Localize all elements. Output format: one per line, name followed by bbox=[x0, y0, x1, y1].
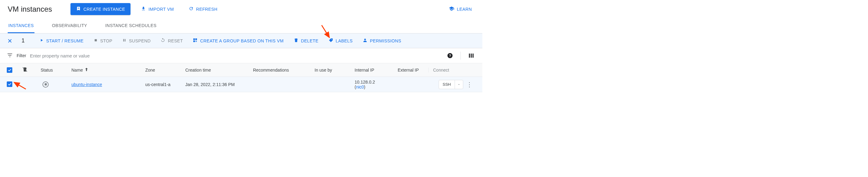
page-title: VM instances bbox=[8, 5, 52, 13]
col-zone[interactable]: Zone bbox=[145, 68, 185, 73]
col-creation[interactable]: Creation time bbox=[185, 68, 253, 73]
instances-table: Status Name Zone Creation time Recommend… bbox=[0, 63, 482, 92]
col-external-ip[interactable]: External IP bbox=[398, 68, 429, 73]
stop-icon bbox=[94, 38, 98, 43]
refresh-icon bbox=[189, 6, 194, 12]
caret-down-icon bbox=[457, 83, 461, 86]
filter-bar: Filter ? bbox=[0, 48, 482, 63]
col-inuse[interactable]: In use by bbox=[315, 68, 354, 73]
svg-rect-8 bbox=[471, 54, 471, 58]
svg-rect-7 bbox=[469, 54, 470, 58]
help-icon[interactable]: ? bbox=[446, 51, 454, 60]
filter-input[interactable] bbox=[30, 53, 234, 59]
col-status[interactable]: Status bbox=[41, 68, 71, 73]
tab-instances[interactable]: INSTANCES bbox=[8, 20, 34, 33]
reset-button[interactable]: RESET bbox=[160, 37, 183, 45]
internal-ip-value: 10.128.0.2 (nic0) bbox=[354, 80, 398, 90]
zone-value: us-central1-a bbox=[145, 82, 185, 87]
import-vm-button[interactable]: IMPORT VM bbox=[137, 4, 178, 14]
col-connect[interactable]: Connect bbox=[429, 68, 449, 73]
col-internal-ip[interactable]: Internal IP bbox=[354, 68, 398, 73]
ssh-button[interactable]: SSH bbox=[439, 80, 463, 89]
table-header-row: Status Name Zone Creation time Recommend… bbox=[0, 63, 482, 77]
tab-bar: INSTANCES OBSERVABILITY INSTANCE SCHEDUL… bbox=[0, 20, 482, 34]
learn-icon bbox=[449, 6, 454, 12]
refresh-button[interactable]: REFRESH bbox=[184, 4, 222, 14]
suspend-button[interactable]: SUSPEND bbox=[122, 37, 151, 44]
svg-text:?: ? bbox=[449, 54, 451, 58]
person-icon bbox=[363, 38, 368, 44]
selection-count: 1 bbox=[22, 37, 30, 44]
filter-label: Filter bbox=[17, 53, 26, 58]
filter-icon bbox=[7, 52, 13, 59]
tag-icon bbox=[329, 38, 333, 44]
clear-selection-button[interactable] bbox=[7, 38, 13, 44]
instance-name-link[interactable]: ubuntu-instance bbox=[71, 82, 102, 87]
labels-button[interactable]: LABELS bbox=[328, 37, 353, 45]
trash-icon bbox=[293, 38, 299, 44]
select-all-checkbox[interactable] bbox=[7, 67, 12, 73]
svg-point-4 bbox=[364, 39, 366, 40]
close-icon bbox=[7, 38, 13, 44]
svg-rect-0 bbox=[94, 39, 97, 41]
svg-rect-1 bbox=[123, 39, 124, 41]
reset-icon bbox=[160, 38, 165, 44]
stop-button[interactable]: STOP bbox=[93, 37, 113, 44]
sort-arrow-up-icon bbox=[84, 67, 89, 73]
group-icon bbox=[193, 38, 197, 44]
svg-rect-2 bbox=[125, 39, 125, 41]
column-display-icon[interactable] bbox=[467, 51, 475, 60]
col-name[interactable]: Name bbox=[71, 67, 145, 73]
col-recommendations[interactable]: Recommendations bbox=[253, 68, 315, 73]
ssh-dropdown-toggle[interactable] bbox=[455, 80, 463, 89]
start-resume-button[interactable]: START / RESUME bbox=[39, 37, 84, 44]
tab-observability[interactable]: OBSERVABILITY bbox=[52, 20, 88, 33]
learn-button[interactable]: LEARN bbox=[444, 3, 476, 15]
plus-badge-icon bbox=[76, 6, 81, 12]
create-instance-button[interactable]: CREATE INSTANCE bbox=[70, 3, 130, 15]
import-icon bbox=[141, 6, 146, 12]
creation-time-value: Jan 28, 2022, 2:11:36 PM bbox=[185, 82, 253, 87]
permissions-button[interactable]: PERMISSIONS bbox=[362, 37, 402, 45]
pause-icon bbox=[122, 38, 126, 43]
page-header: VM instances CREATE INSTANCE IMPORT VM R… bbox=[0, 0, 482, 20]
svg-point-3 bbox=[331, 39, 332, 40]
nic-link[interactable]: nic0 bbox=[356, 84, 364, 90]
status-stopped-icon bbox=[42, 81, 49, 87]
row-checkbox[interactable] bbox=[7, 81, 12, 87]
row-more-actions[interactable]: ⋮ bbox=[463, 81, 475, 88]
delete-button[interactable]: DELETE bbox=[293, 37, 319, 45]
trash-cross-icon[interactable] bbox=[22, 67, 28, 73]
selection-action-bar: 1 START / RESUME STOP SUSPEND RESET CREA… bbox=[0, 34, 482, 48]
tab-instance-schedules[interactable]: INSTANCE SCHEDULES bbox=[105, 20, 157, 33]
table-row: ubuntu-instance us-central1-a Jan 28, 20… bbox=[0, 77, 482, 92]
play-icon bbox=[39, 38, 44, 43]
create-group-button[interactable]: CREATE A GROUP BASED ON THIS VM bbox=[192, 37, 284, 45]
svg-rect-9 bbox=[472, 54, 473, 58]
